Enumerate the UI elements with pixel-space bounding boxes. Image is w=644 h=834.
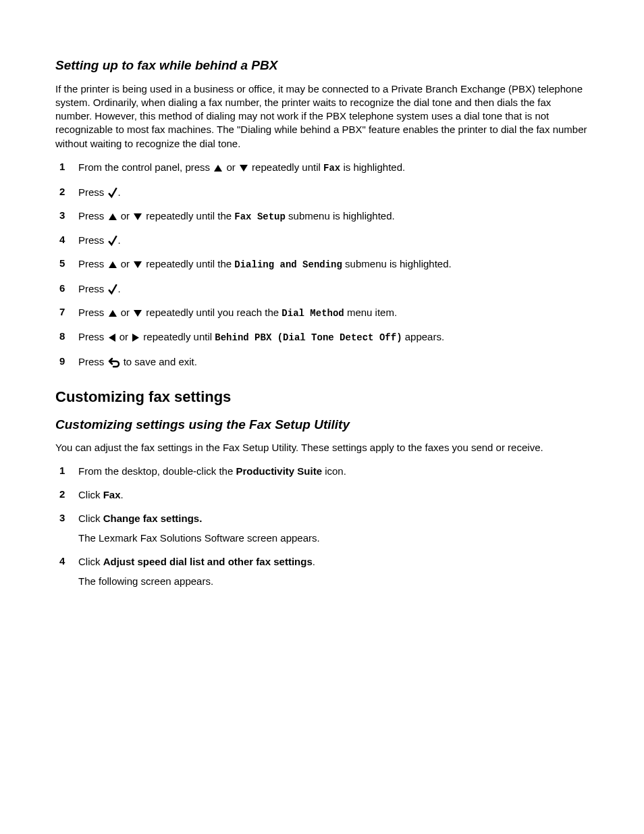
step-number: 9 (55, 355, 78, 368)
right-arrow-icon (132, 333, 140, 342)
up-arrow-icon (108, 213, 117, 221)
step-number: 5 (55, 257, 78, 270)
down-arrow-icon (239, 164, 248, 172)
utility-steps: 1 From the desktop, double-click the Pro… (55, 464, 589, 588)
step-text: Press or repeatedly until Behind PBX (Di… (78, 330, 589, 345)
main-heading-customizing: Customizing fax settings (55, 388, 589, 407)
down-arrow-icon (133, 309, 142, 317)
section-heading-pbx: Setting up to fax while behind a PBX (55, 57, 589, 74)
check-icon (108, 188, 117, 199)
up-arrow-icon (108, 261, 117, 269)
down-arrow-icon (133, 261, 142, 269)
step-number: 4 (55, 233, 78, 246)
step-text: Press . (78, 282, 589, 296)
step-text: Press or repeatedly until you reach the … (78, 305, 589, 321)
step-number: 2 (55, 185, 78, 199)
up-arrow-icon (108, 309, 117, 317)
step-text: Click Adjust speed dial list and other f… (78, 554, 589, 588)
step-text: Press or repeatedly until the Fax Setup … (78, 209, 589, 224)
up-arrow-icon (213, 164, 223, 172)
step-number: 2 (55, 488, 78, 501)
intro-paragraph-pbx: If the printer is being used in a busine… (55, 82, 589, 151)
step-text: Press . (78, 185, 589, 199)
down-arrow-icon (133, 213, 142, 221)
step-number: 4 (55, 554, 78, 568)
step-number: 6 (55, 282, 78, 295)
intro-paragraph-utility: You can adjust the fax settings in the F… (55, 441, 589, 454)
step-number: 7 (55, 305, 78, 319)
step-text: Press . (78, 233, 589, 247)
step-text: From the control panel, press or repeate… (78, 160, 589, 176)
step-text: Click Fax. (78, 488, 589, 502)
section-heading-utility: Customizing settings using the Fax Setup… (55, 417, 589, 434)
pbx-steps: 1 From the control panel, press or repea… (55, 160, 589, 369)
check-icon (108, 236, 117, 246)
step-number: 3 (55, 209, 78, 222)
check-icon (108, 284, 117, 295)
step-text: Click Change fax settings. The Lexmark F… (78, 511, 589, 545)
step-text: Press or repeatedly until the Dialing an… (78, 257, 589, 272)
step-text: Press to save and exit. (78, 355, 589, 369)
step-number: 8 (55, 330, 78, 343)
step-number: 1 (55, 464, 78, 477)
back-icon (108, 357, 120, 368)
step-number: 3 (55, 511, 78, 525)
left-arrow-icon (108, 333, 116, 342)
step-number: 1 (55, 160, 78, 174)
step-text: From the desktop, double-click the Produ… (78, 464, 589, 478)
